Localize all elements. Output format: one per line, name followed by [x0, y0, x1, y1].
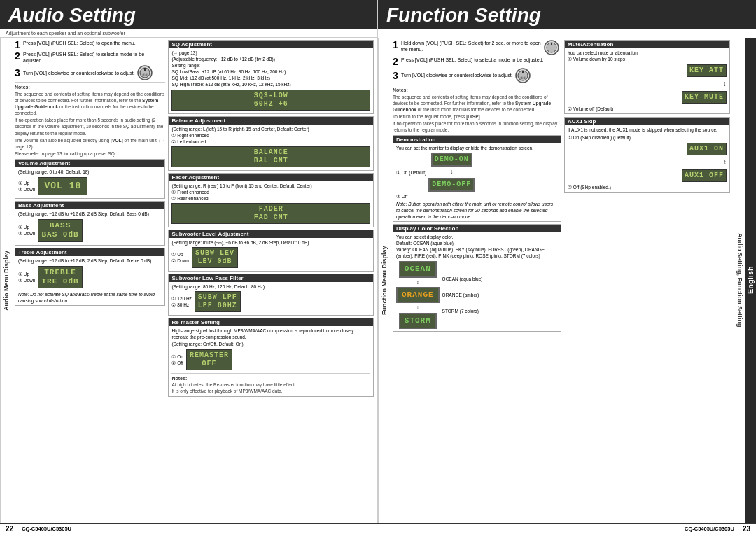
func-notes-title: Notes:	[393, 87, 561, 94]
sq-adjustment: SQ Adjustment (→ page 13) (Adjustable fr…	[168, 40, 374, 114]
bass-lcd: BASS BAS 0dB	[38, 219, 82, 241]
audio-header: Audio Setting	[0, 0, 377, 29]
remaster-setting: (Setting range: On/Off, Default: On)	[172, 341, 370, 347]
demonstration: Demonstration You can set the monitor to…	[393, 135, 561, 222]
english-label: English	[745, 38, 756, 523]
function-notes: Notes: The sequence and contents of sett…	[393, 85, 561, 133]
footer: 22 CQ-C5405U/C5305U CQ-C5405U/C5305U 23	[0, 523, 756, 534]
func-step-1-text: Hold down [VOL] (PUSH SEL: Select) for 2…	[401, 40, 542, 52]
remaster-setting: Re-master Setting High-range signal lost…	[168, 318, 374, 396]
func-step-2-text: Press [VOL] (PUSH SEL: Select) to select…	[401, 57, 544, 63]
display-color: Display Color Selection You can select d…	[393, 224, 561, 332]
knob-icon: ②①	[137, 65, 153, 80]
func-step-2: 2 Press [VOL] (PUSH SEL: Select) to sele…	[393, 57, 561, 66]
bass-text: (Setting range: −12 dB to +12 dB, 2 dB S…	[18, 211, 162, 217]
remaster-off: ② Off	[172, 360, 183, 366]
aux1-title: AUX1 Skip	[565, 118, 729, 125]
aux1-skip: AUX1 Skip If AUX1 is not used, the AUX1 …	[564, 117, 730, 192]
mute-volume-down: ① Volume down by 10 steps	[568, 56, 727, 62]
step-1: 1 Press [VOL] (PUSH SEL: Select) to open…	[15, 40, 165, 50]
balance-left: ② Left enhanced	[172, 139, 370, 145]
balance-adjustment: Balance Adjustment (Setting range: L (le…	[168, 116, 374, 171]
mute-volume-off: ② Volume off (Default)	[568, 106, 727, 112]
ocean-label: OCEAN (aqua blue)	[442, 276, 483, 282]
sq-mid: SQ Mid: ±12 dB (at 500 Hz, 1 kHz, 2 kHz,…	[172, 75, 370, 81]
display-color-text: You can select display color.	[396, 234, 558, 240]
func-step-3-text: Turn [VOL] clockwise or counterclockwise…	[401, 72, 513, 78]
func-step-3: 3 Turn [VOL] clockwise or counterclockwi…	[393, 68, 561, 83]
remaster-notes-title: Notes:	[172, 375, 370, 382]
sq-low: SQ Low/Bass: ±12 dB (at 60 Hz, 80 Hz, 10…	[172, 69, 370, 75]
audio-vertical-label: Audio Menu Display	[0, 38, 11, 523]
sq-details: (→ page 13)	[172, 50, 197, 55]
func-knob-3: ②①	[515, 68, 531, 83]
audio-subtitle: Adjustment to each speaker and an option…	[0, 29, 377, 38]
subwoofer-lpf-text: (Setting range: 80 Hz, 120 Hz, Default: …	[172, 283, 370, 290]
mute-lcd1: KEY ATT	[687, 64, 727, 77]
subwoofer-level-lcd: SUBW LEV LEV 0dB	[192, 247, 238, 268]
fader-text: (Setting range: R (rear) 15 to F (front)…	[172, 183, 370, 189]
treble-text: (Setting range: −12 dB to +12 dB, 2 dB S…	[18, 258, 162, 264]
demo-lcd2: DEMO-OFF	[428, 178, 475, 192]
footer-left-model: CQ-C5405U/C5305U	[22, 526, 71, 532]
notes-title: Notes:	[15, 84, 165, 91]
demonstration-title: Demonstration	[393, 136, 561, 143]
subwoofer-lpf-hz120: ① 120 Hz	[172, 295, 191, 302]
mute-title: Mute/Attenuation	[565, 41, 729, 48]
remaster-on: ① On	[172, 353, 183, 360]
aux1-lcd2: AUX1 OFF	[682, 169, 727, 182]
treble-up: ① Up	[18, 271, 35, 277]
display-color-lcd2: ORANGE	[396, 287, 440, 303]
volume-down: ② Down	[18, 186, 35, 192]
volume-title: Volume Adjustment	[15, 160, 164, 167]
fader-lcd: FADER FAD CNT	[172, 203, 370, 224]
function-vertical-label: Function Menu Display	[378, 38, 389, 523]
bass-up: ① Up	[18, 224, 35, 230]
remaster-notes: Notes: At high bit rates, the Re-master …	[172, 373, 370, 395]
func-knob-1	[544, 40, 559, 55]
subwoofer-lpf-hz80: ② 80 Hz	[172, 302, 191, 308]
volume-adjustment: Volume Adjustment (Setting range: 0 to 4…	[15, 159, 165, 199]
volume-up: ① Up	[18, 180, 35, 186]
bass-adjustment: Bass Adjustment (Setting range: −12 dB t…	[15, 201, 165, 245]
step-2-text: Press [VOL] (PUSH SEL: Select) to select…	[23, 51, 165, 64]
function-header: Function Setting	[378, 0, 756, 29]
aux1-on: ① On (Skip disabled.) (Default)	[568, 134, 727, 141]
mute-lcd2: KEY MUTE	[682, 91, 727, 104]
balance-text: (Setting range: L (left) 15 to R (right)…	[172, 126, 370, 132]
fader-adjustment: Fader Adjustment (Setting range: R (rear…	[168, 173, 374, 227]
volume-text: (Setting range: 0 to 40, Default: 18)	[18, 169, 162, 175]
step-3-text: Turn [VOL] clockwise or counterclockwise…	[23, 70, 135, 76]
balance-lcd: BALANCE BAL CNT	[172, 146, 370, 167]
bass-down: ② Down	[18, 230, 35, 237]
svg-text:②①: ②①	[520, 76, 526, 80]
func-step-1: 1 Hold down [VOL] (PUSH SEL: Select) for…	[393, 40, 561, 55]
treble-title: Treble Adjustment	[15, 248, 164, 256]
remaster-text: High-range signal lost through MP3/WMA/A…	[172, 328, 370, 340]
subwoofer-level-title: Subwoofer Level Adjustment	[169, 230, 373, 238]
svg-text:②①: ②①	[142, 73, 148, 77]
step-3: 3 Turn [VOL] clockwise or counterclockwi…	[15, 65, 165, 80]
aux1-lcd1: AUX1 ON	[687, 143, 727, 155]
storm-label: STORM (7 colors)	[442, 308, 483, 314]
display-color-default: Default: OCEAN (aqua blue)	[396, 240, 558, 246]
footer-right-page: 23	[743, 525, 750, 533]
fader-front: ① Front enhanced	[172, 189, 370, 195]
step-1-text: Press [VOL] (PUSH SEL: Select) to open t…	[23, 40, 136, 46]
demo-on: ① On (Default)	[396, 169, 426, 176]
treble-down: ② Down	[18, 277, 35, 283]
demonstration-text: You can set the monitor to display or hi…	[396, 145, 558, 151]
footer-right-model: CQ-C5405U/C5305U	[685, 526, 734, 532]
footer-left-page: 22	[6, 525, 13, 533]
sq-range: Setting range:	[172, 62, 370, 69]
subwoofer-lpf-lcd: SUBW LPF LPF 80HZ	[195, 291, 241, 312]
subwoofer-level-up: ① Up	[172, 251, 188, 258]
remaster-lcd: REMASTER OFF	[186, 349, 232, 370]
audio-function-vertical-label: Audio Setting, Function Setting	[734, 38, 745, 523]
subwoofer-level: Subwoofer Level Adjustment (Setting rang…	[168, 230, 374, 272]
fader-title: Fader Adjustment	[169, 174, 373, 181]
remaster-title: Re-master Setting	[169, 318, 373, 326]
sq-lcd: SQ3-LOW 60HZ +6	[172, 90, 370, 111]
display-color-variety: Variety: OCEAN (aqua blue), SKY (sky blu…	[396, 246, 558, 259]
balance-right: ① Right enhanced	[172, 132, 370, 139]
